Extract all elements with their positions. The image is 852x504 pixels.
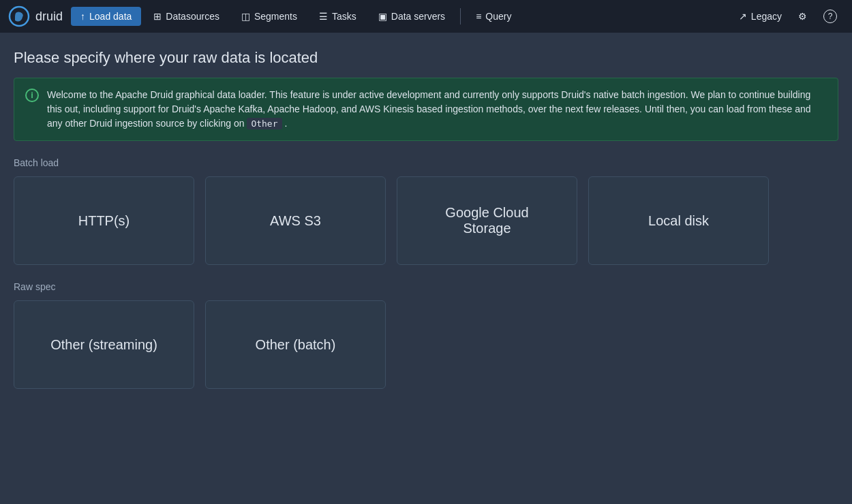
card-local-disk[interactable]: Local disk (588, 176, 769, 265)
nav-divider (460, 8, 461, 25)
datasources-icon: ⊞ (153, 11, 162, 22)
card-google-cloud-storage[interactable]: Google CloudStorage (397, 176, 577, 265)
settings-btn[interactable]: ⚙ (791, 7, 814, 26)
server-icon: ▣ (378, 11, 387, 22)
page-title: Please specify where your raw data is lo… (14, 49, 838, 67)
card-other-streaming[interactable]: Other (streaming) (14, 300, 194, 389)
batch-load-label: Batch load (14, 157, 838, 168)
navbar: druid ↑ Load data ⊞ Datasources ◫ Segmen… (0, 0, 852, 33)
gear-icon: ⚙ (798, 11, 807, 22)
load-data-nav-btn[interactable]: ↑ Load data (71, 7, 141, 26)
main-content: Please specify where your raw data is lo… (0, 33, 852, 422)
query-nav-btn[interactable]: ≡ Query (466, 7, 521, 26)
card-aws-s3[interactable]: AWS S3 (205, 176, 386, 265)
card-other-batch[interactable]: Other (batch) (205, 300, 386, 389)
datasources-nav-btn[interactable]: ⊞ Datasources (144, 7, 229, 26)
nav-right: ↗ Legacy ⚙ ? (732, 5, 844, 27)
raw-spec-grid: Other (streaming) Other (batch) (14, 300, 838, 389)
card-https[interactable]: HTTP(s) (14, 176, 194, 265)
segments-icon: ◫ (241, 11, 250, 22)
batch-load-grid: HTTP(s) AWS S3 Google CloudStorage Local… (14, 176, 838, 265)
help-btn[interactable]: ? (817, 5, 844, 27)
other-code-label: Other (247, 118, 282, 129)
tasks-nav-btn[interactable]: ☰ Tasks (309, 7, 366, 26)
legacy-icon: ↗ (739, 11, 747, 22)
raw-spec-label: Raw spec (14, 281, 838, 292)
info-banner-text: Welcome to the Apache Druid graphical da… (47, 88, 827, 131)
help-icon: ? (823, 10, 837, 23)
logo: druid (8, 5, 63, 27)
data-servers-nav-btn[interactable]: ▣ Data servers (369, 7, 455, 26)
tasks-icon: ☰ (319, 11, 328, 22)
legacy-btn[interactable]: ↗ Legacy (732, 7, 789, 26)
segments-nav-btn[interactable]: ◫ Segments (232, 7, 307, 26)
query-icon: ≡ (476, 11, 481, 22)
upload-icon: ↑ (80, 11, 85, 22)
logo-text: druid (35, 10, 63, 24)
info-icon: i (25, 89, 39, 102)
info-banner: i Welcome to the Apache Druid graphical … (14, 78, 838, 141)
druid-logo-icon (8, 5, 30, 27)
